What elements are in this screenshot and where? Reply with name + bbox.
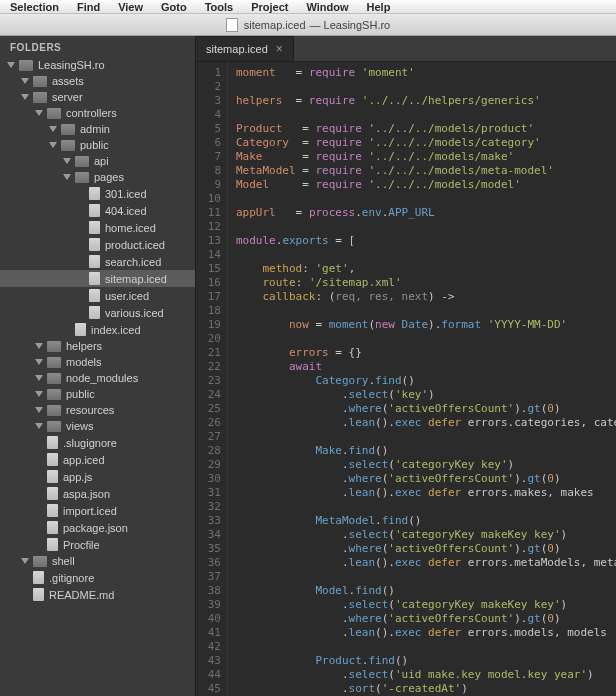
folder-shell[interactable]: shell xyxy=(0,553,195,569)
code-line[interactable] xyxy=(236,332,616,346)
file-app-js[interactable]: app.js xyxy=(0,468,195,485)
code-line[interactable] xyxy=(236,80,616,94)
code-line[interactable]: MetaModel = require '../../../models/met… xyxy=(236,164,616,178)
file-sitemap-iced[interactable]: sitemap.iced xyxy=(0,270,195,287)
code-line[interactable]: .select('key') xyxy=(236,388,616,402)
menu-window[interactable]: Window xyxy=(306,1,348,13)
token-fn: where xyxy=(349,542,382,555)
code-line[interactable] xyxy=(236,108,616,122)
folder-admin[interactable]: admin xyxy=(0,121,195,137)
code-line[interactable]: Product.find() xyxy=(236,654,616,668)
file-404-iced[interactable]: 404.iced xyxy=(0,202,195,219)
window-titlebar[interactable]: sitemap.iced — LeasingSH.ro xyxy=(0,14,616,36)
file--slugignore[interactable]: .slugignore xyxy=(0,434,195,451)
code-line[interactable] xyxy=(236,220,616,234)
menu-selection[interactable]: Selection xyxy=(10,1,59,13)
menu-tools[interactable]: Tools xyxy=(205,1,234,13)
file-app-iced[interactable]: app.iced xyxy=(0,451,195,468)
file-various-iced[interactable]: various.iced xyxy=(0,304,195,321)
menu-goto[interactable]: Goto xyxy=(161,1,187,13)
code-line[interactable]: method: 'get', xyxy=(236,262,616,276)
close-icon[interactable]: × xyxy=(276,43,283,55)
file-index-iced[interactable]: index.iced xyxy=(0,321,195,338)
code-line[interactable] xyxy=(236,192,616,206)
code-line[interactable]: .select('categoryKey makeKey key') xyxy=(236,598,616,612)
code-line[interactable]: module.exports = [ xyxy=(236,234,616,248)
folder-resources[interactable]: resources xyxy=(0,402,195,418)
code-line[interactable]: Product = require '../../../models/produ… xyxy=(236,122,616,136)
menu-project[interactable]: Project xyxy=(251,1,288,13)
code-line[interactable] xyxy=(236,570,616,584)
file-procfile[interactable]: Procfile xyxy=(0,536,195,553)
folder-public[interactable]: public xyxy=(0,386,195,402)
token-str: 'activeOffersCount' xyxy=(388,402,514,415)
tree-label: admin xyxy=(80,123,110,135)
folder-controllers[interactable]: controllers xyxy=(0,105,195,121)
folder-api[interactable]: api xyxy=(0,153,195,169)
code-line[interactable]: .where('activeOffersCount').gt(0) xyxy=(236,402,616,416)
folder-leasingsh-ro[interactable]: LeasingSH.ro xyxy=(0,57,195,73)
code-line[interactable]: .where('activeOffersCount').gt(0) xyxy=(236,472,616,486)
folder-assets[interactable]: assets xyxy=(0,73,195,89)
file-product-iced[interactable]: product.iced xyxy=(0,236,195,253)
code-content[interactable]: moment = require 'moment'helpers = requi… xyxy=(228,62,616,696)
code-line[interactable]: Make = require '../../../models/make' xyxy=(236,150,616,164)
code-line[interactable]: .where('activeOffersCount').gt(0) xyxy=(236,542,616,556)
code-line[interactable]: callback: (req, res, next) -> xyxy=(236,290,616,304)
code-line[interactable]: .select('categoryKey makeKey key') xyxy=(236,528,616,542)
code-line[interactable]: .sort('-createdAt') xyxy=(236,682,616,696)
folder-server[interactable]: server xyxy=(0,89,195,105)
file-aspa-json[interactable]: aspa.json xyxy=(0,485,195,502)
code-line[interactable]: MetaModel.find() xyxy=(236,514,616,528)
code-line[interactable]: Make.find() xyxy=(236,444,616,458)
folder-helpers[interactable]: helpers xyxy=(0,338,195,354)
code-line[interactable]: Category.find() xyxy=(236,374,616,388)
code-line[interactable] xyxy=(236,304,616,318)
code-line[interactable] xyxy=(236,248,616,262)
code-line[interactable]: .lean().exec defer errors.models, models xyxy=(236,626,616,640)
folder-public[interactable]: public xyxy=(0,137,195,153)
folder-pages[interactable]: pages xyxy=(0,169,195,185)
code-line[interactable]: Model.find() xyxy=(236,584,616,598)
code-line[interactable] xyxy=(236,500,616,514)
file-search-iced[interactable]: search.iced xyxy=(0,253,195,270)
token-op: . xyxy=(236,668,349,681)
file-home-iced[interactable]: home.iced xyxy=(0,219,195,236)
folder-node-modules[interactable]: node_modules xyxy=(0,370,195,386)
menu-find[interactable]: Find xyxy=(77,1,100,13)
file-package-json[interactable]: package.json xyxy=(0,519,195,536)
code-line[interactable]: .lean().exec defer errors.makes, makes xyxy=(236,486,616,500)
code-line[interactable]: .where('activeOffersCount').gt(0) xyxy=(236,612,616,626)
code-line[interactable]: .select('uid make.key model.key year') xyxy=(236,668,616,682)
file-icon xyxy=(33,588,44,601)
code-line[interactable]: now = moment(new Date).format 'YYYY-MM-D… xyxy=(236,318,616,332)
code-line[interactable]: .lean().exec defer errors.metaModels, me… xyxy=(236,556,616,570)
code-line[interactable] xyxy=(236,640,616,654)
code-area[interactable]: 1234567891011121314151617181920212223242… xyxy=(196,62,616,696)
file-readme-md[interactable]: README.md xyxy=(0,586,195,603)
code-line[interactable]: Category = require '../../../models/cate… xyxy=(236,136,616,150)
code-line[interactable]: helpers = require '../../../helpers/gene… xyxy=(236,94,616,108)
file-301-iced[interactable]: 301.iced xyxy=(0,185,195,202)
folder-views[interactable]: views xyxy=(0,418,195,434)
code-line[interactable]: .lean().exec defer errors.categories, ca… xyxy=(236,416,616,430)
tab-bar[interactable]: sitemap.iced × xyxy=(196,36,616,62)
file--gitignore[interactable]: .gitignore xyxy=(0,569,195,586)
code-line[interactable]: moment = require 'moment' xyxy=(236,66,616,80)
menu-view[interactable]: View xyxy=(118,1,143,13)
code-line[interactable]: errors = {} xyxy=(236,346,616,360)
folder-models[interactable]: models xyxy=(0,354,195,370)
code-line[interactable]: await xyxy=(236,360,616,374)
code-line[interactable]: route: '/sitemap.xml' xyxy=(236,276,616,290)
file-import-iced[interactable]: import.iced xyxy=(0,502,195,519)
code-line[interactable] xyxy=(236,430,616,444)
sidebar-header: FOLDERS xyxy=(0,36,195,57)
code-line[interactable]: .select('categoryKey key') xyxy=(236,458,616,472)
menu-help[interactable]: Help xyxy=(367,1,391,13)
file-user-iced[interactable]: user.iced xyxy=(0,287,195,304)
tab-sitemap[interactable]: sitemap.iced × xyxy=(196,36,294,61)
code-line[interactable]: appUrl = process.env.APP_URL xyxy=(236,206,616,220)
code-line[interactable]: Model = require '../../../models/model' xyxy=(236,178,616,192)
disclosure-triangle-icon xyxy=(21,94,29,100)
folder-tree[interactable]: LeasingSH.roassetsservercontrollersadmin… xyxy=(0,57,195,696)
